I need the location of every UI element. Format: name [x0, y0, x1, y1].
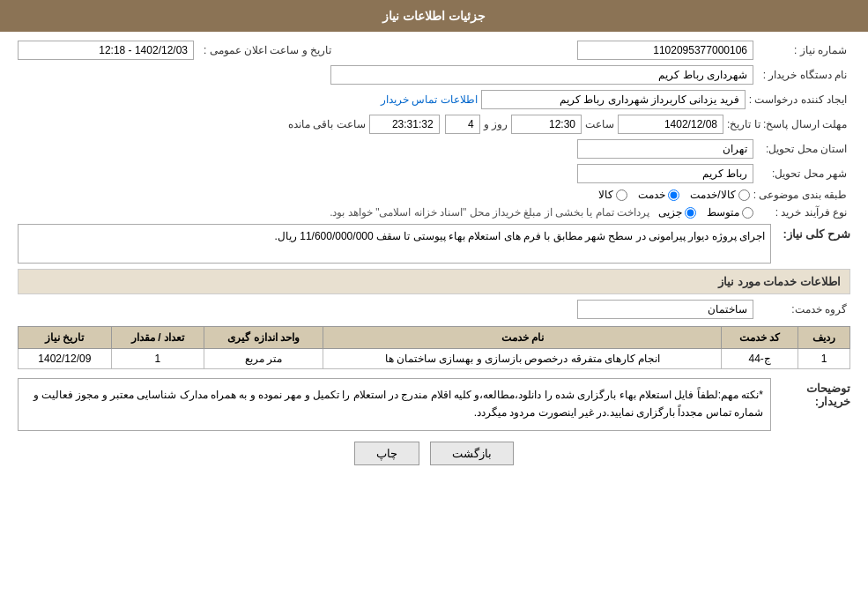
sharh-value: اجرای پروژه دیوار پیرامونی در سطح شهر مط… — [18, 224, 771, 264]
goroh-label: گروه خدمت: — [753, 303, 850, 316]
row-namdas: نام دستگاه خریدار : شهرداری رباط کریم — [18, 65, 850, 85]
noe-radio-group: متوسط جزیی — [658, 206, 753, 219]
services-table: ردیف کد خدمت نام خدمت واحد اندازه گیری ت… — [18, 326, 850, 369]
row-idad: ایجاد کننده درخواست : فرید یزدانی کاربرد… — [18, 90, 850, 109]
row-shahr: شهر محل تحویل: رباط کریم — [18, 164, 850, 183]
table-cell: انجام کارهای متفرقه درخصوص بازسازی و بهس… — [323, 349, 722, 369]
sharh-label: شرح کلی نیاز: — [771, 224, 850, 241]
col-kod: کد خدمت — [722, 327, 798, 349]
roz-value: 4 — [445, 115, 480, 134]
ostan-label: استان محل تحویل: — [753, 143, 850, 155]
radio-kala-khadamat-input[interactable] — [738, 189, 750, 201]
radio-jozii-input[interactable] — [685, 207, 696, 219]
services-table-container: ردیف کد خدمت نام خدمت واحد اندازه گیری ت… — [18, 326, 850, 369]
col-radif: ردیف — [798, 327, 850, 349]
row-mohlat: مهلت ارسال پاسخ: تا تاریخ: 1402/12/08 سا… — [18, 115, 850, 134]
noe-label: نوع فرآیند خرید : — [753, 206, 850, 219]
shomara-value: 1102095377000106 — [577, 41, 753, 60]
table-row: 1ج-44انجام کارهای متفرقه درخصوص بازسازی … — [19, 349, 850, 369]
table-cell: 1 — [111, 349, 204, 369]
goroh-value: ساختمان — [577, 300, 753, 319]
print-button[interactable]: چاپ — [354, 442, 419, 465]
radio-jozii[interactable]: جزیی — [658, 206, 696, 219]
shomara-label: شماره نیاز : — [753, 44, 850, 56]
col-tarikh: تاریخ نیاز — [19, 327, 112, 349]
roz-label: روز و — [480, 118, 511, 130]
table-cell: ج-44 — [722, 349, 798, 369]
tarikh-value: 1402/12/03 - 12:18 — [18, 41, 194, 60]
notes-row: توضیحات خریدار: *نکته مهم:لطفاً فایل است… — [18, 378, 850, 431]
idad-value: فرید یزدانی کاربرداز شهرداری رباط کریم — [481, 90, 746, 109]
namdas-label: نام دستگاه خریدار : — [753, 69, 850, 81]
table-header-row: ردیف کد خدمت نام خدمت واحد اندازه گیری ت… — [19, 327, 850, 349]
col-tedad: تعداد / مقدار — [111, 327, 204, 349]
page-header: جزئیات اطلاعات نیاز — [0, 0, 868, 32]
saat-value: 12:30 — [511, 115, 582, 134]
radio-jozii-label: جزیی — [658, 206, 682, 219]
radio-kala-khadamat[interactable]: کالا/خدمت — [690, 189, 749, 201]
radio-kala-khadamat-label: کالا/خدمت — [690, 189, 735, 201]
row-shomara: شماره نیاز : 1102095377000106 تاریخ و سا… — [18, 41, 850, 60]
khadamat-section-title: اطلاعات خدمات مورد نیاز — [18, 269, 850, 294]
sharh-row: شرح کلی نیاز: اجرای پروژه دیوار پیرامونی… — [18, 224, 850, 264]
radio-khadamat-input[interactable] — [668, 189, 679, 201]
row-ostan: استان محل تحویل: تهران — [18, 139, 850, 159]
row-tabaqe: طبقه بندی موضوعی : کالا/خدمت خدمت کالا — [18, 189, 850, 201]
radio-khadamat-label: خدمت — [638, 189, 665, 201]
radio-motasat[interactable]: متوسط — [707, 206, 753, 219]
table-body: 1ج-44انجام کارهای متفرقه درخصوص بازسازی … — [19, 349, 850, 369]
tabaqe-radio-group: کالا/خدمت خدمت کالا — [598, 189, 749, 201]
col-vahed: واحد اندازه گیری — [204, 327, 323, 349]
radio-motasat-label: متوسط — [707, 206, 739, 219]
main-content: شماره نیاز : 1102095377000106 تاریخ و سا… — [0, 32, 868, 483]
tarikh-label: تاریخ و ساعت اعلان عمومی : — [194, 44, 335, 56]
ostan-value: تهران — [577, 139, 753, 159]
button-row: بازگشت چاپ — [18, 442, 850, 465]
baqi-value: 23:31:32 — [369, 115, 440, 134]
radio-kala-label: کالا — [598, 189, 613, 201]
namdas-value: شهرداری رباط کریم — [330, 65, 753, 85]
col-nam: نام خدمت — [323, 327, 722, 349]
radio-khadamat[interactable]: خدمت — [638, 189, 679, 201]
noe-desc: پرداخت تمام یا بخشی از مبلغ خریداز محل "… — [330, 206, 649, 219]
etalat-link[interactable]: اطلاعات تماس خریدار — [377, 93, 481, 106]
radio-motasat-input[interactable] — [742, 207, 753, 219]
mohlat-label: مهلت ارسال پاسخ: تا تاریخ: — [723, 118, 850, 130]
radio-kala-input[interactable] — [616, 189, 627, 201]
baqi-label: ساعت باقی مانده — [285, 118, 369, 130]
table-cell: 1402/12/09 — [19, 349, 112, 369]
row-noe: نوع فرآیند خرید : متوسط جزیی پرداخت تمام… — [18, 206, 850, 219]
shahr-label: شهر محل تحویل: — [753, 167, 850, 180]
back-button[interactable]: بازگشت — [430, 442, 514, 465]
saat-label: ساعت — [582, 118, 618, 130]
tabaqe-label: طبقه بندی موضوعی : — [750, 189, 850, 201]
idad-label: ایجاد کننده درخواست : — [746, 93, 850, 106]
shahr-value: رباط کریم — [577, 164, 753, 183]
row-goroh: گروه خدمت: ساختمان — [18, 300, 850, 319]
notes-value: *نکته مهم:لطفاً فایل استعلام بهاء بارگزا… — [18, 378, 771, 431]
table-cell: 1 — [798, 349, 850, 369]
radio-kala[interactable]: کالا — [598, 189, 627, 201]
notes-label: توضیحات خریدار: — [771, 378, 850, 408]
page-wrapper: جزئیات اطلاعات نیاز شماره نیاز : 1102095… — [0, 0, 868, 609]
date-value: 1402/12/08 — [618, 115, 723, 134]
table-cell: متر مربع — [204, 349, 323, 369]
header-title: جزئیات اطلاعات نیاز — [382, 9, 486, 23]
